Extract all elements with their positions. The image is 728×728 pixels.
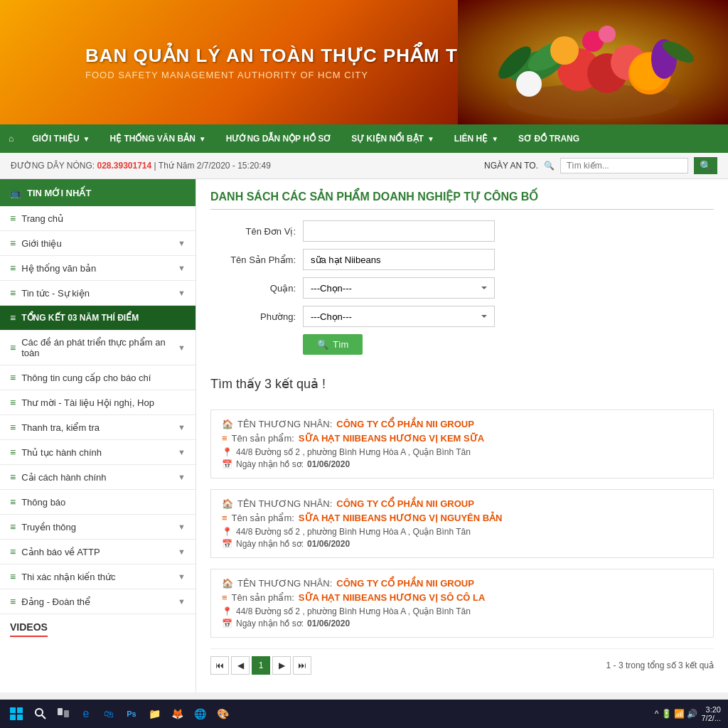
product-icon-3: ≡ — [222, 592, 228, 603]
address-2: 📍 44/8 Đường số 2 , phường Bình Hưng Hòa… — [222, 527, 702, 537]
sidebar-item-trang-chu[interactable]: ≡ Trang chủ — [0, 206, 196, 231]
search-label: NGÀY AN TO. — [484, 161, 538, 171]
product-name-3: ≡ Tên sản phẩm: SỮA HẠT NIIBEANS HƯƠNG V… — [222, 592, 702, 603]
sidebar-item-dang-doan[interactable]: ≡ Đảng - Đoàn thể ▼ — [0, 589, 196, 614]
chevron-down-icon-2: ▼ — [178, 264, 186, 272]
nav-home[interactable]: ⌂ — [0, 124, 22, 153]
chevron-down-icon-10: ▼ — [178, 572, 186, 581]
unit-input[interactable] — [303, 220, 495, 242]
sidebar-item-thu-moi[interactable]: ≡ Thư mời - Tài liệu Hội nghị, Hop — [0, 390, 196, 415]
ward-label: Phường: — [210, 311, 296, 322]
sidebar-item-thu-tuc[interactable]: ≡ Thủ tục hành chính ▼ — [0, 440, 196, 465]
merchant-name-3: 🏠 TÊN THƯƠNG NHÂN: CÔNG TY CỔ PHẦN NII G… — [222, 578, 702, 589]
location-icon-2: 📍 — [222, 527, 232, 537]
nav-huong-dan[interactable]: HƯỚNG DẪN NỘP HỒ SƠ — [216, 124, 341, 153]
date-1: 📅 Ngày nhận hồ sơ: 01/06/2020 — [222, 459, 702, 469]
chevron-down-icon-11: ▼ — [178, 597, 186, 606]
search-submit-icon: 🔍 — [317, 339, 328, 350]
sidebar-item-de-an[interactable]: ≡ Các đề án phát triển thực phẩm an toàn… — [0, 331, 196, 365]
list-icon-7: ≡ — [10, 372, 16, 383]
pagination-next[interactable]: ▶ — [272, 656, 291, 675]
sidebar-item-thi-xac-nhan[interactable]: ≡ Thi xác nhận kiến thức ▼ — [0, 564, 196, 589]
nav-arrow-1: ▼ — [83, 135, 90, 143]
address-1: 📍 44/8 Đường số 2 , phường Bình Hưng Hòa… — [222, 447, 702, 457]
nav-lien-he[interactable]: LIÊN HỆ ▼ — [444, 124, 508, 153]
sidebar-item-tong-ket[interactable]: ≡ TỔNG KẾT 03 NĂM THÍ ĐIỂM — [0, 306, 196, 331]
product-icon-2: ≡ — [222, 513, 228, 523]
pagination-prev[interactable]: ◀ — [231, 656, 250, 675]
hotline-bar: ĐƯỜNG DÂY NÓNG: 028.39301714 | Thứ Năm 2… — [0, 153, 728, 179]
pagination-bar: ⏮ ◀ 1 ▶ ⏭ 1 - 3 trong tổng số 3 kết quả — [210, 648, 714, 682]
district-select[interactable]: ---Chọn--- — [303, 277, 495, 299]
list-icon-13: ≡ — [10, 521, 16, 532]
list-icon-10: ≡ — [10, 446, 16, 458]
list-icon-4: ≡ — [10, 287, 16, 299]
list-icon-6: ≡ — [10, 342, 16, 353]
list-icon-3: ≡ — [10, 262, 16, 274]
header-vegetables — [458, 0, 728, 124]
search-form: Tên Đơn Vị: Tên Sản Phẩm: Quận: ---Chọn-… — [210, 220, 714, 355]
nav-arrow-2: ▼ — [199, 135, 206, 143]
sidebar-header: 📺 TIN MỚI NHẤT — [0, 179, 196, 206]
form-row-unit: Tên Đơn Vị: — [210, 220, 714, 242]
top-search-input[interactable] — [560, 158, 688, 173]
product-name-2: ≡ Tên sản phẩm: SỮA HẠT NIIBEANS HƯƠNG V… — [222, 513, 702, 523]
calendar-icon-1: 📅 — [222, 459, 232, 469]
date-3: 📅 Ngày nhận hồ sơ: 01/06/2020 — [222, 619, 702, 628]
news-icon: 📺 — [10, 188, 21, 198]
chevron-down-icon-1: ▼ — [178, 239, 186, 247]
pagination-first[interactable]: ⏮ — [210, 656, 229, 675]
nav-arrow-3: ▼ — [427, 135, 434, 143]
nav-gioi-thieu[interactable]: GIỚI THIỆU ▼ — [22, 124, 100, 153]
list-icon-12: ≡ — [10, 496, 16, 508]
videos-section: VIDEOS — [0, 614, 196, 644]
svg-point-12 — [599, 26, 616, 43]
form-row-search: 🔍 Tìm — [210, 334, 714, 355]
chevron-down-icon-9: ▼ — [178, 547, 186, 556]
chevron-down-icon-4: ▼ — [178, 343, 186, 352]
sidebar-item-thong-tin[interactable]: ≡ Thông tin cung cấp cho báo chí — [0, 365, 196, 390]
search-submit-button[interactable]: 🔍 Tìm — [303, 334, 363, 355]
unit-label: Tên Đơn Vị: — [210, 226, 296, 237]
pagination-info: 1 - 3 trong tổng số 3 kết quả — [606, 660, 714, 670]
sidebar-item-cai-cach[interactable]: ≡ Cải cách hành chính ▼ — [0, 465, 196, 490]
product-name-1: ≡ Tên sản phẩm: SỮA HẠT NIIBEANS HƯƠNG V… — [222, 433, 702, 444]
result-card-1: 🏠 TÊN THƯƠNG NHÂN: CÔNG TY CỔ PHẦN NII G… — [210, 410, 714, 478]
chevron-down-icon-3: ▼ — [178, 289, 186, 297]
pagination-last[interactable]: ⏭ — [293, 656, 311, 675]
sidebar-item-canh-bao[interactable]: ≡ Cảnh báo về ATTP ▼ — [0, 540, 196, 564]
videos-title: VIDEOS — [10, 621, 48, 637]
product-input[interactable] — [303, 249, 495, 270]
sidebar-item-gioi-thieu[interactable]: ≡ Giới thiệu ▼ — [0, 231, 196, 256]
list-icon-15: ≡ — [10, 571, 16, 582]
form-row-ward: Phường: ---Chọn--- — [210, 306, 714, 327]
list-icon-2: ≡ — [10, 237, 16, 249]
ward-select[interactable]: ---Chọn--- — [303, 306, 495, 327]
content-area: DANH SÁCH CÁC SẢN PHẨM DOANH NGHIỆP TỰ C… — [196, 179, 728, 692]
main-container: 📺 TIN MỚI NHẤT ≡ Trang chủ ≡ Giới thiệu … — [0, 179, 728, 692]
chevron-down-icon-5: ▼ — [178, 423, 186, 432]
list-icon-16: ≡ — [10, 596, 16, 607]
nav-he-thong-van-ban[interactable]: HỆ THỐNG VĂN BẢN ▼ — [100, 124, 216, 153]
list-icon-8: ≡ — [10, 397, 16, 408]
top-search-button[interactable]: 🔍 — [694, 157, 717, 174]
sidebar-item-thong-bao[interactable]: ≡ Thông báo — [0, 490, 196, 515]
sidebar-item-truyen-thong[interactable]: ≡ Truyền thông ▼ — [0, 515, 196, 540]
list-icon-14: ≡ — [10, 546, 16, 557]
merchant-icon-3: 🏠 — [222, 578, 233, 589]
svg-point-10 — [516, 71, 542, 97]
nav-su-kien[interactable]: SỰ KIỆN NỔI BẬT ▼ — [341, 124, 444, 153]
sidebar: 📺 TIN MỚI NHẤT ≡ Trang chủ ≡ Giới thiệu … — [0, 179, 196, 692]
form-row-district: Quận: ---Chọn--- — [210, 277, 714, 299]
sidebar-item-he-thong-van-ban[interactable]: ≡ Hệ thống văn bản ▼ — [0, 256, 196, 281]
nav-so-do-trang[interactable]: SƠ ĐỒ TRANG — [508, 124, 589, 153]
pagination-page-1[interactable]: 1 — [252, 656, 270, 675]
chevron-down-icon-8: ▼ — [178, 523, 186, 531]
vegetables-illustration — [465, 2, 721, 123]
date-2: 📅 Ngày nhận hồ sơ: 01/06/2020 — [222, 539, 702, 549]
sidebar-item-thanh-tra[interactable]: ≡ Thanh tra, kiểm tra ▼ — [0, 415, 196, 440]
form-row-product: Tên Sản Phẩm: — [210, 249, 714, 270]
hotline-text: ĐƯỜNG DÂY NÓNG: 028.39301714 | Thứ Năm 2… — [11, 161, 271, 171]
product-icon-1: ≡ — [222, 433, 228, 444]
sidebar-item-tin-tuc[interactable]: ≡ Tin tức - Sự kiện ▼ — [0, 281, 196, 306]
